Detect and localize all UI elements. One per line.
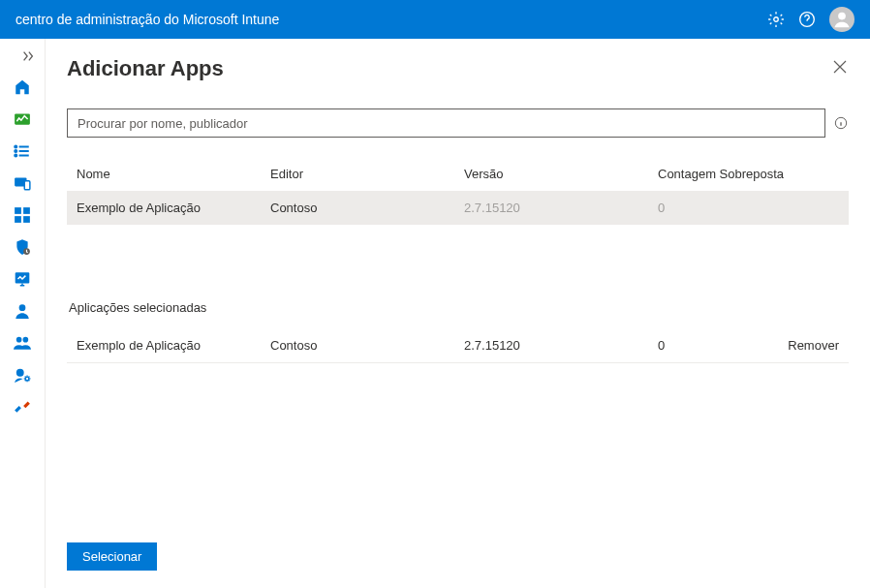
col-header-count: Contagem Sobreposta	[658, 167, 839, 181]
svg-rect-11	[15, 216, 21, 223]
svg-point-0	[774, 17, 779, 22]
svg-point-4	[15, 145, 16, 147]
content-area: Adicionar Apps Nome Editor Versão Contag…	[46, 39, 870, 588]
col-header-name: Nome	[77, 167, 270, 181]
selected-section-label: Aplicações selecionadas	[67, 300, 849, 315]
apps-table-header: Nome Editor Versão Contagem Sobreposta	[67, 167, 849, 191]
svg-point-15	[19, 304, 26, 311]
close-button[interactable]	[831, 58, 849, 78]
help-icon[interactable]	[798, 11, 816, 28]
user-avatar[interactable]	[829, 7, 854, 32]
nav-list-icon[interactable]	[0, 136, 45, 166]
nav-apps-icon[interactable]	[0, 200, 45, 230]
svg-rect-12	[23, 216, 30, 223]
svg-point-5	[15, 149, 16, 151]
col-header-version: Versão	[464, 167, 658, 181]
nav-tenant-icon[interactable]	[0, 359, 45, 389]
svg-rect-9	[15, 207, 21, 214]
nav-dashboard-icon[interactable]	[0, 104, 45, 134]
nav-users-icon[interactable]	[0, 295, 45, 325]
nav-home-icon[interactable]	[0, 72, 45, 102]
svg-rect-8	[24, 180, 30, 189]
nav-troubleshoot-icon[interactable]	[0, 391, 45, 421]
svg-point-19	[25, 377, 29, 381]
svg-point-17	[23, 336, 29, 342]
selected-cell-count: 0	[658, 338, 771, 353]
svg-rect-14	[16, 272, 30, 283]
app-title: centro de administração do Microsoft Int…	[16, 12, 279, 27]
cell-publisher: Contoso	[270, 201, 464, 215]
cell-version: 2.7.15120	[464, 201, 658, 215]
cell-count: 0	[658, 201, 839, 215]
selected-cell-name: Exemplo de Aplicação	[77, 338, 270, 353]
svg-point-2	[838, 13, 846, 20]
cell-name: Exemplo de Aplicação	[77, 201, 270, 215]
svg-point-16	[16, 336, 22, 342]
remove-link[interactable]: Remover	[771, 338, 839, 353]
select-button[interactable]: Selecionar	[67, 542, 157, 571]
selected-apps-row: Exemplo de Aplicação Contoso 2.7.15120 0…	[67, 328, 849, 363]
svg-rect-10	[23, 207, 30, 214]
selected-cell-publisher: Contoso	[270, 338, 464, 353]
sidebar	[0, 39, 46, 588]
selected-cell-version: 2.7.15120	[464, 338, 658, 353]
sidebar-collapse-toggle[interactable]	[0, 43, 45, 70]
header-actions	[767, 7, 854, 32]
info-icon[interactable]	[833, 115, 849, 131]
col-header-publisher: Editor	[270, 167, 464, 181]
svg-point-18	[16, 368, 24, 376]
nav-security-icon[interactable]	[0, 232, 45, 262]
nav-reports-icon[interactable]	[0, 263, 45, 294]
settings-icon[interactable]	[767, 11, 785, 28]
app-header: centro de administração do Microsoft Int…	[0, 0, 870, 39]
nav-groups-icon[interactable]	[0, 327, 45, 357]
svg-point-6	[15, 154, 16, 156]
apps-table-row[interactable]: Exemplo de Aplicação Contoso 2.7.15120 0	[67, 191, 849, 225]
nav-devices-icon[interactable]	[0, 168, 45, 198]
search-input[interactable]	[67, 108, 825, 138]
page-title: Adicionar Apps	[67, 56, 224, 81]
